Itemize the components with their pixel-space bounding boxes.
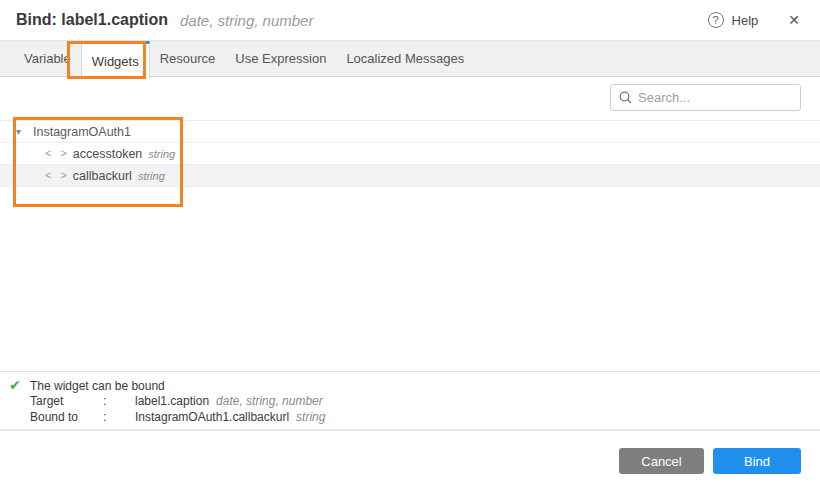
dialog-header: Bind: label1.caption date, string, numbe… (0, 0, 820, 40)
tab-bar: Variable Widgets Resource Use Expression… (0, 40, 820, 77)
dialog-footer: Cancel Bind (619, 448, 801, 474)
code-brackets-icon: < > (45, 170, 68, 182)
search-input[interactable] (638, 90, 792, 105)
tab-widgets[interactable]: Widgets (81, 41, 150, 78)
tree-node-label: accesstoken (73, 147, 142, 161)
status-boundto-row: Bound to : InstagramOAuth1.callbackurl s… (0, 410, 820, 425)
status-colon: : (103, 410, 135, 425)
tree-node-instagramoauth1[interactable]: ▾ InstagramOAuth1 (0, 121, 820, 143)
tab-variable[interactable]: Variable (14, 41, 81, 76)
help-link[interactable]: Help (732, 13, 759, 28)
status-message: The widget can be bound (30, 379, 165, 394)
status-label: Bound to (30, 410, 103, 425)
title-type-hint: date, string, number (180, 12, 313, 29)
tree-node-callbackurl[interactable]: < > callbackurl string (0, 165, 820, 187)
check-icon: ✔ (9, 377, 21, 393)
page-title: Bind: label1.caption (16, 11, 168, 29)
help-icon[interactable]: ? (708, 12, 724, 28)
tree-node-label: InstagramOAuth1 (33, 125, 131, 139)
status-value-type: date, string, number (216, 394, 323, 409)
status-value: label1.caption (135, 394, 209, 409)
code-brackets-icon: < > (45, 148, 68, 160)
binding-status-panel: ✔ The widget can be bound Target : label… (0, 371, 820, 431)
search-box (610, 84, 801, 111)
tree-node-type: string (138, 170, 165, 182)
close-icon[interactable]: ✕ (788, 12, 800, 28)
search-icon (619, 91, 632, 104)
tree-node-type: string (148, 148, 175, 160)
tree-node-accesstoken[interactable]: < > accesstoken string (0, 143, 820, 165)
status-colon: : (103, 394, 135, 409)
header-actions: ? Help ✕ (708, 12, 800, 28)
status-message-row: The widget can be bound (0, 379, 820, 394)
tab-resource[interactable]: Resource (150, 41, 226, 76)
status-value-type: string (296, 410, 325, 425)
status-target-row: Target : label1.caption date, string, nu… (0, 394, 820, 409)
tab-use-expression[interactable]: Use Expression (225, 41, 336, 76)
status-label: Target (30, 394, 103, 409)
cancel-button[interactable]: Cancel (619, 448, 704, 474)
bind-dialog: Bind: label1.caption date, string, numbe… (0, 0, 820, 486)
bind-button[interactable]: Bind (713, 448, 801, 474)
status-value: InstagramOAuth1.callbackurl (135, 410, 289, 425)
tab-localized-messages[interactable]: Localized Messages (336, 41, 474, 76)
widget-tree: ▾ InstagramOAuth1 < > accesstoken string… (0, 120, 820, 187)
caret-down-icon[interactable]: ▾ (16, 126, 28, 137)
tree-node-label: callbackurl (73, 169, 132, 183)
